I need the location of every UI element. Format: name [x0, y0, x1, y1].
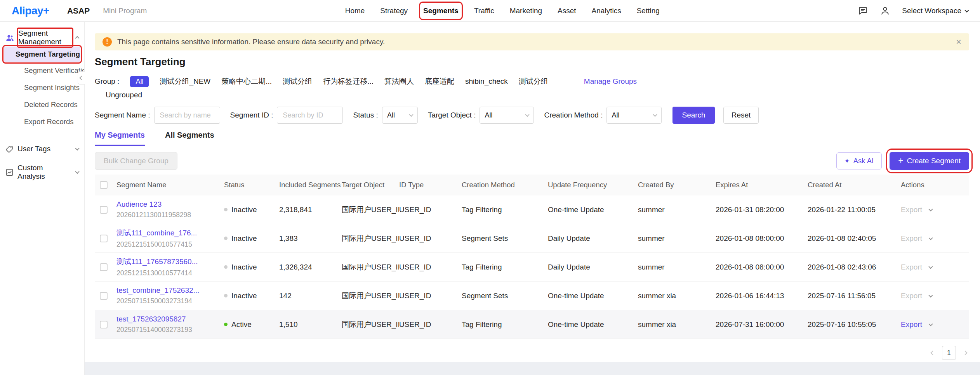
status-text: Inactive — [231, 234, 257, 243]
sidebar-section-label: Segment Management — [18, 29, 72, 46]
sidebar-item-segment-targeting[interactable]: Segment Targeting — [4, 47, 80, 62]
nav-marketing[interactable]: Marketing — [509, 5, 543, 17]
id-type: USER_ID — [399, 263, 462, 271]
select-all-checkbox[interactable] — [100, 181, 108, 189]
sidebar-item-segment-insights[interactable]: Segment Insights — [0, 79, 84, 96]
row-actions-chevron-icon[interactable] — [928, 264, 933, 268]
nav-home[interactable]: Home — [344, 5, 366, 17]
sidebar-item-export-records[interactable]: Export Records — [0, 113, 84, 130]
group-option[interactable]: shibin_check — [465, 77, 508, 86]
bulk-change-group-button[interactable]: Bulk Change Group — [95, 152, 177, 170]
row-checkbox[interactable] — [100, 235, 108, 242]
export-action[interactable]: Export — [901, 234, 922, 243]
table-row: Audience 123 20260121130011958298 Inacti… — [95, 195, 969, 224]
console-subname[interactable]: Mini Program — [103, 7, 147, 15]
group-option[interactable]: 行为标签迁移... — [323, 76, 374, 86]
group-option[interactable]: 底座适配 — [425, 76, 454, 86]
status-select[interactable]: All — [382, 107, 418, 124]
group-option[interactable]: 测试分组_NEW — [160, 76, 210, 86]
manage-groups-link[interactable]: Manage Groups — [584, 77, 637, 86]
created-by: summer xia — [638, 292, 716, 300]
nav-setting[interactable]: Setting — [636, 5, 660, 17]
expires-at: 2026-01-08 08:00:00 — [716, 263, 808, 271]
created-at: 2026-01-08 02:40:05 — [808, 234, 901, 243]
status-dot-inactive — [224, 237, 228, 240]
warning-icon: ! — [103, 37, 112, 47]
creation-method: Tag Filtering — [462, 320, 548, 329]
nav-asset[interactable]: Asset — [557, 5, 577, 17]
user-icon[interactable] — [880, 5, 890, 16]
group-option[interactable]: 测试分组 — [519, 76, 548, 86]
segment-id: 20250715140003273193 — [116, 326, 220, 334]
creation-method: Segment Sets — [462, 234, 548, 243]
chevron-left-icon — [79, 76, 83, 80]
nav-traffic[interactable]: Traffic — [473, 5, 495, 17]
row-checkbox[interactable] — [100, 206, 108, 214]
workspace-selector[interactable]: Select Workspace — [902, 7, 968, 15]
tab-my-segments[interactable]: My Segments — [95, 131, 145, 146]
nav-strategy[interactable]: Strategy — [379, 5, 408, 17]
target-object-select[interactable]: All — [480, 107, 534, 124]
console-name[interactable]: ASAP — [67, 6, 90, 16]
sidebar-section-user-tags[interactable]: User Tags — [0, 140, 84, 157]
group-option-ungrouped[interactable]: Ungrouped — [106, 91, 142, 99]
page-number[interactable]: 1 — [942, 346, 956, 360]
col-target-object: Target Object — [342, 181, 399, 189]
row-actions-chevron-icon[interactable] — [928, 235, 933, 240]
row-actions-chevron-icon[interactable] — [928, 293, 933, 297]
ask-ai-button[interactable]: ✦ Ask AI — [836, 152, 882, 169]
status-dot-inactive — [224, 265, 228, 269]
col-expires-at: Expires At — [716, 181, 808, 189]
group-option-all[interactable]: All — [130, 76, 149, 87]
row-checkbox[interactable] — [100, 321, 108, 328]
export-action[interactable]: Export — [901, 263, 922, 271]
group-option[interactable]: 测试分组 — [283, 76, 312, 86]
creation-method: Tag Filtering — [462, 263, 548, 271]
previous-page-icon[interactable] — [931, 351, 934, 354]
segment-name-link[interactable]: 测试111_combine_176... — [116, 228, 220, 238]
close-banner-icon[interactable]: × — [956, 37, 961, 47]
row-checkbox[interactable] — [100, 292, 108, 300]
sidebar-item-deleted-records[interactable]: Deleted Records — [0, 96, 84, 113]
primary-nav: Home Strategy Segments Traffic Marketing… — [147, 5, 858, 17]
next-page-icon[interactable] — [964, 351, 967, 354]
sidebar-section-custom-analysis[interactable]: Custom Analysis — [0, 164, 84, 181]
row-actions-chevron-icon[interactable] — [928, 207, 933, 211]
sidebar-section-segment-management[interactable]: Segment Management — [0, 31, 84, 44]
row-checkbox[interactable] — [100, 263, 108, 271]
export-action[interactable]: Export — [901, 320, 922, 329]
pagination: 1 — [95, 346, 969, 360]
group-option[interactable]: 算法圈人 — [384, 76, 414, 86]
segment-tabs: My Segments All Segments — [95, 131, 969, 146]
nav-analytics[interactable]: Analytics — [591, 5, 622, 17]
row-actions-chevron-icon[interactable] — [928, 321, 933, 326]
created-by: summer — [638, 234, 716, 243]
segment-id-input[interactable] — [277, 107, 343, 124]
status-label: Status : — [353, 111, 378, 119]
segment-name-link[interactable]: 测试111_17657873560... — [116, 257, 220, 267]
create-segment-label: Create Segment — [907, 157, 961, 165]
col-id-type: ID Type — [399, 181, 462, 189]
search-button[interactable]: Search — [672, 107, 714, 124]
sparkle-icon: ✦ — [844, 158, 850, 164]
segment-name-input[interactable] — [154, 107, 220, 124]
col-creation-method: Creation Method — [462, 181, 548, 189]
segment-name-link[interactable]: test_combine_1752632... — [116, 286, 220, 295]
segment-name-link[interactable]: Audience 123 — [116, 200, 220, 209]
export-action[interactable]: Export — [901, 292, 922, 300]
creation-method-select[interactable]: All — [606, 107, 662, 124]
reset-button[interactable]: Reset — [723, 107, 759, 124]
sidebar-collapse-handle[interactable] — [78, 71, 85, 85]
sensitive-info-banner: ! This page contains sensitive informati… — [95, 33, 969, 50]
segment-name-link[interactable]: test_1752632095827 — [116, 315, 220, 323]
export-action[interactable]: Export — [901, 206, 922, 214]
segment-id: 20260121130011958298 — [116, 211, 220, 219]
nav-segments[interactable]: Segments — [422, 5, 459, 17]
workspace-selector-label: Select Workspace — [902, 7, 961, 15]
update-frequency: One-time Update — [548, 292, 638, 300]
messages-icon[interactable] — [858, 5, 868, 16]
sidebar-item-segment-verification[interactable]: Segment Verification — [0, 62, 84, 79]
tab-all-segments[interactable]: All Segments — [165, 131, 214, 146]
create-segment-button[interactable]: + Create Segment — [890, 152, 969, 170]
group-option[interactable]: 策略中心二期... — [221, 76, 272, 86]
